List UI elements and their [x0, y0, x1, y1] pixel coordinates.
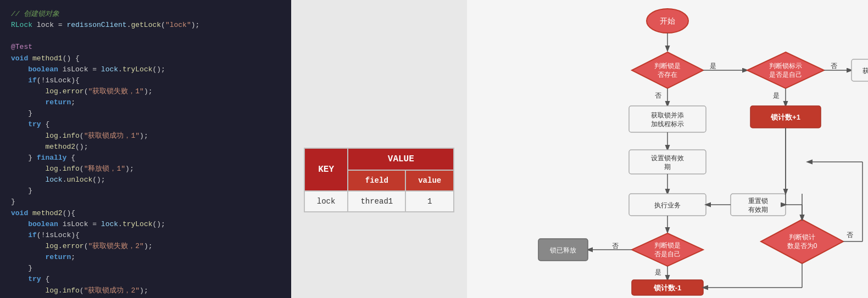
table-value-header: VALUE — [348, 148, 454, 170]
node9-label: 判断锁是 — [654, 241, 681, 249]
svg-text:期: 期 — [664, 163, 671, 171]
svg-marker-2 — [632, 52, 703, 88]
label-yes3: 是 — [773, 92, 780, 99]
label-no1: 否 — [655, 92, 661, 99]
code-annotation: @Test — [11, 43, 32, 51]
svg-text:有效期: 有效期 — [748, 206, 768, 213]
node2-label: 获取锁并添 — [651, 111, 684, 119]
code-type: RLock — [11, 21, 32, 29]
node1-label: 判断锁是 — [654, 62, 681, 70]
flowchart-panel: 开始 判断锁是 否存在 是 否 获取锁并添 加线程标示 设置锁有效 期 判断锁标… — [467, 0, 868, 298]
svg-text:是否是自己: 是否是自己 — [769, 71, 802, 78]
svg-marker-11 — [747, 52, 824, 88]
label-no10: 否 — [847, 231, 853, 239]
node12-label: 锁计数-1 — [653, 284, 682, 292]
node6-label: 获取锁失败 — [863, 67, 868, 75]
node3-label: 判断锁标示 — [769, 62, 802, 70]
svg-rect-6 — [629, 106, 706, 132]
label-yes9: 是 — [655, 268, 661, 276]
svg-marker-26 — [632, 233, 703, 266]
table-field-subheader: field — [348, 170, 405, 191]
table-key-header: KEY — [304, 148, 348, 191]
label-no9: 否 — [612, 242, 619, 250]
node5-label: 锁计数+1 — [770, 113, 800, 121]
node4-label: 设置锁有效 — [651, 154, 684, 162]
label-yes1: 是 — [710, 62, 716, 70]
node10-label: 判断锁计 — [789, 233, 815, 241]
table-panel: KEY VALUE field value lock thread1 1 — [291, 0, 467, 298]
table-value-subheader: value — [405, 170, 454, 191]
kv-table: KEY VALUE field value lock thread1 1 — [304, 148, 454, 212]
svg-text:否存在: 否存在 — [658, 71, 677, 78]
node8-label: 重置锁 — [748, 197, 768, 205]
svg-text:数是否为0: 数是否为0 — [787, 242, 817, 250]
svg-text:加线程标示: 加线程标示 — [651, 120, 684, 128]
node11-label: 锁已释放 — [549, 246, 576, 254]
table-row-field: thread1 — [348, 191, 405, 212]
label-no3: 否 — [831, 62, 837, 70]
table-row-value: 1 — [405, 191, 454, 212]
svg-marker-32 — [761, 220, 843, 263]
svg-text:否是自己: 否是自己 — [654, 250, 681, 258]
code-panel: // 创建锁对象 RLock lock = redissonClient.get… — [0, 0, 291, 298]
flowchart-svg: 开始 判断锁是 否存在 是 否 获取锁并添 加线程标示 设置锁有效 期 判断锁标… — [467, 0, 868, 298]
table-row-key: lock — [304, 191, 348, 212]
node7-label: 执行业务 — [654, 201, 681, 209]
start-label: 开始 — [660, 16, 675, 25]
code-comment: // 创建锁对象 — [11, 10, 59, 18]
